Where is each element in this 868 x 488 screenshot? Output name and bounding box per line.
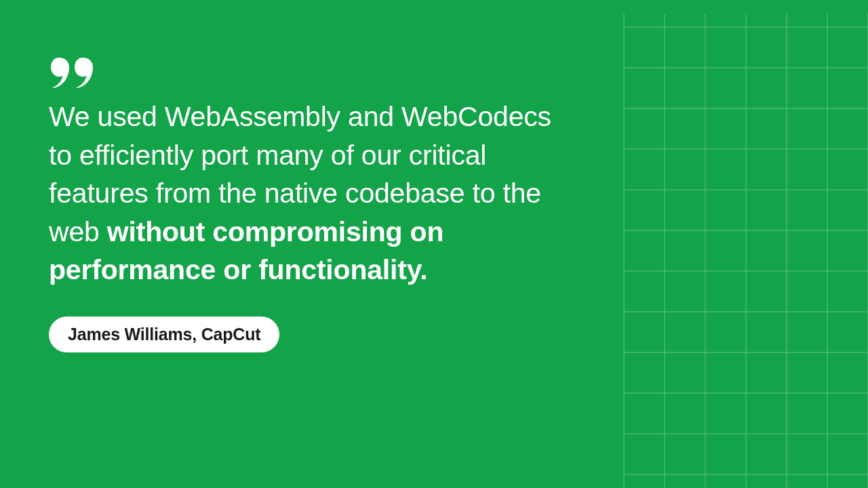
quote-text: We used WebAssembly and WebCodecs to eff… [49, 98, 564, 289]
quote-mark-icon [49, 54, 564, 91]
quote-card: We used WebAssembly and WebCodecs to eff… [49, 54, 564, 352]
grid-decoration [610, 14, 868, 488]
quote-bold: without compromising on performance or f… [49, 216, 443, 286]
attribution-pill: James Williams, CapCut [49, 317, 279, 352]
